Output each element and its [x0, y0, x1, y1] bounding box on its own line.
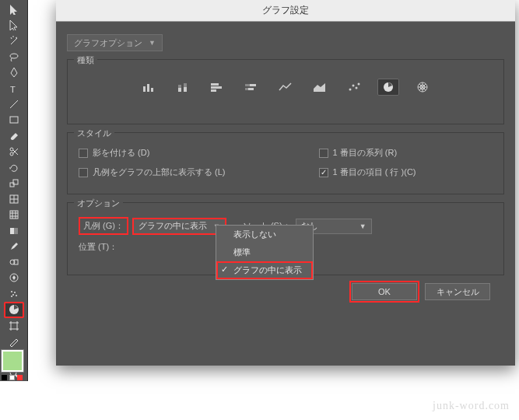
checkbox-icon	[319, 168, 328, 177]
tool-mesh[interactable]	[4, 207, 24, 222]
tool-warp[interactable]	[4, 191, 24, 207]
svg-text:T: T	[10, 85, 16, 94]
checkbox-icon	[79, 168, 88, 177]
svg-line-2	[10, 100, 18, 108]
charttype-stacked-bar[interactable]	[240, 79, 262, 96]
app-toolbar: T	[0, 0, 28, 381]
svg-rect-35	[211, 89, 216, 92]
legend-label: 凡例 (G)：	[79, 217, 128, 235]
svg-point-42	[352, 85, 355, 87]
legend-select-value: グラフの中に表示	[139, 220, 207, 232]
svg-point-17	[11, 291, 12, 292]
check-legend-top[interactable]: 凡例をグラフの上部に表示する (L)	[79, 166, 319, 178]
legend-option-standard[interactable]: 標準	[216, 243, 313, 261]
check-first-series-label: 1 番目の系列 (R)	[333, 147, 398, 159]
legend-select[interactable]: グラフの中に表示 ▼	[133, 219, 226, 234]
tool-scale[interactable]	[4, 175, 24, 191]
check-shadow[interactable]: 影を付ける (D)	[79, 147, 319, 159]
tool-rotate[interactable]	[4, 159, 24, 175]
check-shadow-label: 影を付ける (D)	[93, 147, 149, 159]
dialog-footer: OK キャンセル	[67, 275, 504, 311]
section-type: 種類	[67, 59, 504, 124]
section-type-legend: 種類	[74, 54, 97, 66]
svg-rect-23	[11, 323, 17, 329]
svg-point-5	[10, 152, 13, 156]
check-legend-top-label: 凡例をグラフの上部に表示する (L)	[93, 166, 226, 178]
tool-blend[interactable]	[4, 254, 24, 270]
tool-pen[interactable]	[4, 65, 24, 80]
charttype-pie[interactable]	[377, 79, 399, 96]
charttype-column[interactable]	[138, 79, 160, 96]
svg-rect-13	[10, 228, 14, 234]
graph-settings-dialog: グラフ設定 グラフオプション ▼ 種類 スタイル	[56, 0, 515, 366]
checkbox-icon	[319, 149, 328, 158]
fill-swatch[interactable]	[2, 350, 23, 372]
chart-type-row	[79, 74, 493, 108]
svg-point-19	[12, 294, 14, 296]
tool-direct[interactable]	[4, 17, 24, 33]
main-select-label: グラフオプション	[74, 37, 142, 49]
tool-symbol[interactable]	[4, 270, 24, 285]
svg-rect-34	[211, 86, 222, 89]
tool-wand[interactable]	[4, 33, 24, 49]
section-style-legend: スタイル	[74, 128, 114, 139]
checkbox-icon	[79, 149, 88, 158]
svg-point-21	[11, 296, 12, 297]
tool-graph[interactable]	[4, 302, 24, 318]
charttype-scatter[interactable]	[343, 79, 365, 96]
svg-rect-11	[10, 211, 18, 219]
tool-gradient[interactable]	[4, 222, 24, 238]
legend-option-none[interactable]: 表示しない	[216, 226, 313, 243]
svg-rect-3	[10, 117, 18, 123]
charttype-area[interactable]	[309, 79, 331, 96]
charttype-stacked-column[interactable]	[172, 79, 194, 96]
svg-rect-27	[147, 84, 149, 92]
svg-rect-33	[211, 83, 219, 86]
svg-rect-26	[143, 86, 146, 92]
dialog-titlebar: グラフ設定	[56, 0, 515, 22]
main-select[interactable]: グラフオプション ▼	[67, 34, 163, 51]
tool-brush[interactable]	[4, 128, 24, 144]
svg-point-41	[349, 89, 352, 91]
legend-select-menu: 表示しない 標準 ✓ グラフの中に表示	[216, 225, 314, 280]
svg-point-43	[356, 87, 358, 89]
tool-slice[interactable]	[4, 334, 24, 349]
tool-lasso[interactable]	[4, 49, 24, 65]
charttype-bar[interactable]	[206, 79, 228, 96]
tool-rect[interactable]	[4, 112, 24, 128]
check-first-series[interactable]: 1 番目の系列 (R)	[319, 147, 493, 159]
svg-rect-39	[245, 88, 248, 90]
section-style: スタイル 影を付ける (D) 凡例をグラフの上部に表示する (L) 1	[67, 132, 504, 194]
chevron-down-icon: ▼	[149, 39, 156, 47]
tool-selection[interactable]	[4, 2, 24, 17]
svg-rect-32	[184, 83, 187, 87]
tool-artboard[interactable]	[4, 318, 24, 334]
watermark: junk-word.com	[433, 400, 510, 412]
tool-line[interactable]	[4, 96, 24, 112]
svg-rect-28	[151, 88, 153, 92]
dialog-title: グラフ設定	[262, 4, 309, 17]
ok-button[interactable]: OK	[352, 283, 417, 300]
tool-scissors[interactable]	[4, 144, 24, 159]
check-first-item[interactable]: 1 番目の項目 ( 行 )(C)	[319, 166, 493, 178]
check-first-item-label: 1 番目の項目 ( 行 )(C)	[333, 166, 416, 178]
cancel-button[interactable]: キャンセル	[425, 283, 490, 300]
tool-eyedrop[interactable]	[4, 239, 24, 254]
charttype-radar[interactable]	[412, 79, 433, 96]
section-options-legend: オプション	[74, 198, 123, 209]
tool-spray[interactable]	[4, 286, 24, 302]
svg-point-44	[358, 83, 360, 86]
svg-rect-37	[245, 84, 250, 86]
check-icon: ✓	[221, 264, 228, 275]
charttype-line[interactable]	[275, 79, 296, 96]
color-mode-dots[interactable]	[2, 375, 23, 380]
tool-type[interactable]: T	[4, 81, 24, 96]
svg-marker-40	[314, 83, 325, 92]
svg-point-18	[14, 292, 16, 293]
svg-point-20	[16, 295, 17, 296]
section-options: オプション 凡例 (G)： グラフの中に表示 ▼ ソート (S)： なし ▼ 位…	[67, 202, 504, 275]
position-label: 位置 (T)：	[79, 241, 117, 253]
svg-point-4	[10, 148, 13, 151]
legend-option-inside[interactable]: ✓ グラフの中に表示	[216, 261, 313, 279]
chevron-down-icon: ▼	[359, 222, 366, 230]
